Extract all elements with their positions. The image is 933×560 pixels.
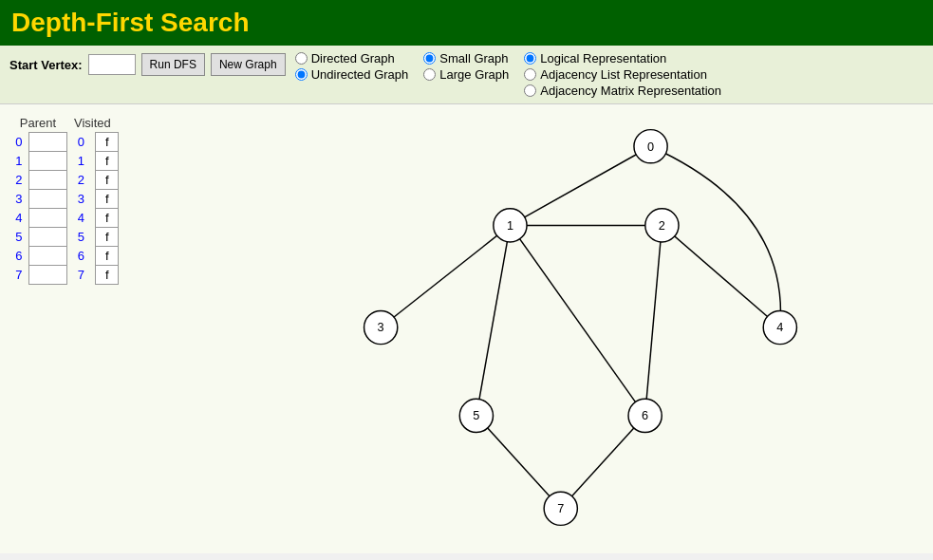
radio-large[interactable]: Large Graph bbox=[423, 67, 509, 82]
vertex-label: 2 bbox=[659, 218, 665, 233]
new-graph-button[interactable]: New Graph bbox=[211, 53, 286, 76]
vertex-label: 5 bbox=[473, 408, 479, 422]
visited-index: 5 bbox=[66, 228, 96, 247]
table-row: 5 5 f bbox=[9, 228, 119, 247]
start-vertex-section: Start Vertex: Run DFS New Graph bbox=[9, 51, 286, 76]
table-row: 0 0 f bbox=[9, 133, 119, 152]
vertex-label: 3 bbox=[378, 321, 384, 335]
radio-adjlist[interactable]: Adjacency List Representation bbox=[524, 67, 721, 82]
visited-cell: f bbox=[96, 133, 119, 152]
parent-cell bbox=[28, 209, 66, 228]
visited-index: 6 bbox=[66, 247, 96, 266]
graph-vertex[interactable]: 2 bbox=[645, 209, 679, 242]
controls-bar: Start Vertex: Run DFS New Graph Directed… bbox=[0, 46, 933, 104]
node-index: 7 bbox=[9, 266, 28, 285]
vertex-label: 0 bbox=[647, 140, 654, 154]
parent-cell bbox=[28, 247, 66, 266]
visited-header: Visited bbox=[66, 114, 119, 133]
radio-adjmatrix-input[interactable] bbox=[524, 84, 536, 97]
graph-vertex[interactable]: 3 bbox=[364, 310, 398, 344]
parent-cell bbox=[28, 228, 66, 247]
graph-vertex[interactable]: 0 bbox=[634, 130, 667, 163]
radio-adjlist-input[interactable] bbox=[524, 68, 536, 81]
table-row: 4 4 f bbox=[9, 209, 119, 228]
visited-cell: f bbox=[96, 171, 119, 190]
visited-index: 0 bbox=[66, 133, 96, 152]
visited-cell: f bbox=[96, 247, 119, 266]
parent-header: Parent bbox=[9, 114, 66, 133]
visited-index: 7 bbox=[66, 266, 96, 285]
graph-edge bbox=[510, 225, 644, 416]
vertex-label: 1 bbox=[507, 218, 513, 233]
graph-edge bbox=[476, 416, 561, 509]
parent-cell bbox=[28, 266, 66, 285]
radio-undirected[interactable]: Undirected Graph bbox=[295, 67, 409, 82]
graph-vertex[interactable]: 4 bbox=[763, 310, 796, 344]
table-row: 1 1 f bbox=[9, 152, 119, 171]
table-section: Parent Visited 0 0 f 1 1 f 2 2 f 3 3 f 4… bbox=[9, 114, 218, 544]
radio-large-input[interactable] bbox=[423, 68, 436, 81]
radio-adjmatrix-label: Adjacency Matrix Representation bbox=[540, 84, 721, 98]
visited-cell: f bbox=[96, 228, 119, 247]
table-row: 2 2 f bbox=[9, 171, 119, 190]
visited-cell: f bbox=[96, 266, 119, 285]
parent-cell bbox=[28, 133, 66, 152]
radio-directed[interactable]: Directed Graph bbox=[295, 51, 409, 65]
node-index: 4 bbox=[9, 209, 28, 228]
start-vertex-label: Start Vertex: bbox=[9, 58, 83, 72]
graph-vertex[interactable]: 1 bbox=[494, 209, 527, 242]
main-content: Parent Visited 0 0 f 1 1 f 2 2 f 3 3 f 4… bbox=[0, 104, 933, 553]
graph-edge bbox=[510, 146, 650, 225]
table-body: 0 0 f 1 1 f 2 2 f 3 3 f 4 4 f 5 5 f 6 6 … bbox=[9, 133, 119, 285]
graph-vertex[interactable]: 7 bbox=[544, 492, 577, 525]
radio-undirected-label: Undirected Graph bbox=[311, 67, 409, 82]
visited-cell: f bbox=[96, 209, 119, 228]
visited-index: 1 bbox=[66, 152, 96, 171]
start-vertex-input[interactable] bbox=[88, 54, 136, 75]
parent-cell bbox=[28, 171, 66, 190]
visited-index: 3 bbox=[66, 190, 96, 209]
graph-edge bbox=[476, 225, 511, 416]
visited-index: 4 bbox=[66, 209, 96, 228]
node-index: 2 bbox=[9, 171, 28, 190]
app-header: Depth-First Search bbox=[0, 0, 933, 46]
radio-logical[interactable]: Logical Representation bbox=[524, 51, 721, 65]
run-dfs-button[interactable]: Run DFS bbox=[141, 53, 205, 76]
graph-edge bbox=[561, 416, 645, 509]
graph-section: 01234567 bbox=[237, 114, 924, 544]
vertices-group: 01234567 bbox=[364, 130, 797, 526]
page-title: Depth-First Search bbox=[11, 8, 922, 38]
vertex-label: 7 bbox=[557, 501, 564, 515]
node-index: 5 bbox=[9, 228, 28, 247]
graph-vertex[interactable]: 5 bbox=[459, 399, 493, 432]
radio-directed-input[interactable] bbox=[295, 52, 308, 65]
radio-directed-label: Directed Graph bbox=[311, 51, 395, 65]
vertex-label: 4 bbox=[776, 321, 783, 335]
parent-cell bbox=[28, 190, 66, 209]
radio-adjlist-label: Adjacency List Representation bbox=[540, 67, 707, 82]
node-index: 1 bbox=[9, 152, 28, 171]
parent-cell bbox=[28, 152, 66, 171]
radio-section: Directed Graph Small Graph Logical Repre… bbox=[295, 51, 721, 98]
node-index: 0 bbox=[9, 133, 28, 152]
graph-edge bbox=[662, 225, 779, 327]
visited-cell: f bbox=[96, 152, 119, 171]
graph-svg: 01234567 bbox=[237, 114, 924, 541]
graph-edge bbox=[381, 225, 510, 327]
radio-logical-input[interactable] bbox=[524, 52, 536, 65]
edges-group bbox=[381, 146, 780, 509]
vertex-label: 6 bbox=[642, 408, 648, 422]
radio-undirected-input[interactable] bbox=[295, 68, 308, 81]
node-index: 3 bbox=[9, 190, 28, 209]
table-row: 3 3 f bbox=[9, 190, 119, 209]
radio-large-label: Large Graph bbox=[439, 67, 509, 82]
graph-vertex[interactable]: 6 bbox=[628, 399, 662, 432]
node-index: 6 bbox=[9, 247, 28, 266]
visited-cell: f bbox=[96, 190, 119, 209]
radio-logical-label: Logical Representation bbox=[540, 51, 666, 65]
radio-adjmatrix[interactable]: Adjacency Matrix Representation bbox=[524, 84, 721, 98]
table-row: 6 6 f bbox=[9, 247, 119, 266]
radio-small[interactable]: Small Graph bbox=[423, 51, 509, 65]
graph-edge bbox=[645, 225, 662, 416]
radio-small-input[interactable] bbox=[423, 52, 436, 65]
